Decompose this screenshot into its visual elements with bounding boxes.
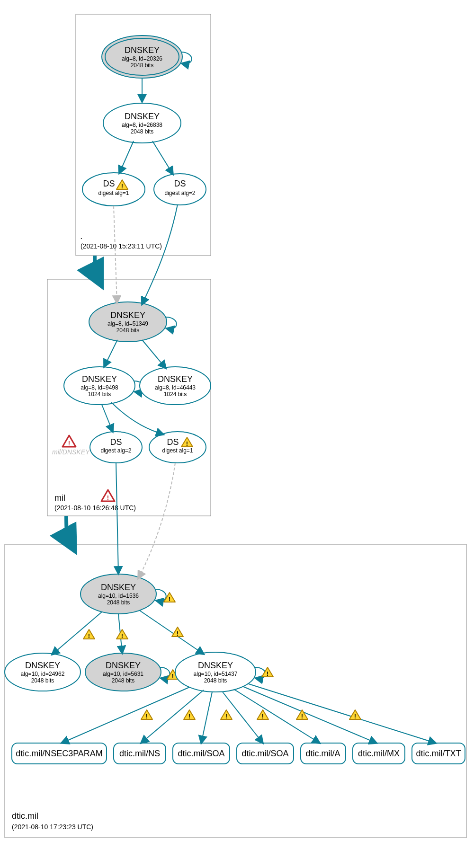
node-line2: 2048 bits (131, 62, 154, 69)
edge (249, 684, 436, 743)
zone-dtic: dtic.mil (2021-08-10 17:23:23 UTC) (5, 544, 466, 838)
node-line2: 2048 bits (131, 128, 154, 135)
warning-icon: ! (262, 667, 273, 677)
node-line2: 2048 bits (112, 677, 135, 684)
warning-icon: ! (221, 710, 232, 720)
edge (234, 690, 320, 743)
edge (104, 340, 117, 367)
rr-label: dtic.mil/NSEC3PARAM (16, 749, 103, 758)
rr-a[interactable]: dtic.mil/A (301, 743, 346, 764)
node-title: DNSKEY (198, 661, 233, 670)
edge (116, 463, 118, 574)
svg-text:!: ! (177, 630, 179, 637)
node-title: DS (167, 437, 179, 447)
warning-icon: ! (172, 627, 183, 637)
zone-mil-label: mil (54, 493, 65, 503)
node-dtic-k2[interactable]: DNSKEY alg=10, id=5631 2048 bits ! (85, 653, 179, 691)
node-title: DNSKEY (125, 45, 160, 55)
node-mil-zsk2[interactable]: DNSKEY alg=8, id=46443 1024 bits (140, 367, 211, 405)
node-title: DNSKEY (110, 310, 145, 320)
edge (111, 402, 163, 434)
svg-text:!: ! (107, 494, 109, 501)
delegation-arrow (95, 256, 97, 277)
edge (119, 141, 134, 173)
mil-dnskey-error: ! mil/DNSKEY (52, 435, 90, 456)
node-root-zsk[interactable]: DNSKEY alg=8, id=26838 2048 bits (103, 103, 181, 143)
svg-text:!: ! (121, 632, 123, 639)
node-title: DNSKEY (25, 661, 60, 670)
rr-mx[interactable]: dtic.mil/MX (353, 743, 405, 764)
node-title: DNSKEY (158, 374, 193, 384)
node-mil-ds2[interactable]: DS digest alg=2 (90, 432, 142, 463)
edge (201, 692, 212, 743)
mil-bottom-error: ! (101, 490, 115, 501)
dashed-edge (114, 206, 117, 303)
rr-label: dtic.mil/MX (358, 749, 400, 758)
svg-text:!: ! (146, 713, 148, 720)
svg-text:!: ! (68, 440, 70, 447)
node-dtic-k1[interactable]: DNSKEY alg=10, id=24962 2048 bits (5, 653, 80, 691)
svg-text:!: ! (88, 632, 90, 639)
rr-label: dtic.mil/SOA (241, 749, 288, 758)
edge (142, 340, 166, 368)
node-line1: alg=10, id=1536 (98, 593, 139, 599)
warning-icon: ! (184, 710, 195, 720)
rr-soa1[interactable]: dtic.mil/SOA (173, 743, 230, 764)
warning-icon: ! (296, 710, 308, 720)
svg-text:!: ! (267, 670, 268, 677)
zone-dtic-label: dtic.mil (12, 811, 38, 821)
node-root-ds2[interactable]: DS digest alg=2 (154, 174, 206, 205)
node-line1: alg=8, id=20326 (122, 55, 162, 62)
node-root-ksk[interactable]: DNSKEY alg=8, id=20326 2048 bits (102, 35, 192, 78)
svg-point-6 (154, 174, 206, 205)
warning-icon: ! (116, 629, 128, 639)
svg-text:!: ! (188, 713, 190, 720)
node-dtic-ksk[interactable]: DNSKEY alg=10, id=1536 2048 bits ! (80, 574, 175, 614)
dnssec-diagram: . (2021-08-10 15:23:11 UTC) DNSKEY alg=8… (0, 0, 474, 868)
rr-txt[interactable]: dtic.mil/TXT (412, 743, 465, 764)
edge (62, 687, 189, 743)
rr-nsec3param[interactable]: dtic.mil/NSEC3PARAM (12, 743, 107, 764)
node-line1: digest alg=2 (164, 190, 195, 196)
svg-text:!: ! (121, 183, 123, 190)
node-line1: digest alg=1 (98, 190, 129, 196)
edge (102, 405, 113, 432)
svg-text:!: ! (169, 595, 170, 602)
node-root-ds1[interactable]: DS digest alg=1 ! (82, 173, 145, 206)
node-mil-zsk1[interactable]: DNSKEY alg=8, id=9498 1024 bits (64, 367, 144, 405)
node-line1: alg=10, id=24962 (21, 671, 65, 677)
mil-side-label: mil/DNSKEY (52, 448, 90, 456)
node-mil-ds1[interactable]: DS digest alg=1 ! (149, 432, 206, 463)
rr-label: dtic.mil/A (305, 749, 340, 758)
rr-label: dtic.mil/TXT (416, 749, 461, 758)
node-line2: 1024 bits (88, 391, 111, 398)
node-line2: 1024 bits (164, 391, 187, 398)
svg-text:!: ! (172, 673, 174, 680)
rr-soa2[interactable]: dtic.mil/SOA (237, 743, 294, 764)
delegation-arrow (66, 516, 70, 542)
rr-ns[interactable]: dtic.mil/NS (114, 743, 166, 764)
zone-mil-date: (2021-08-10 16:26:48 UTC) (54, 504, 136, 512)
node-line2: 2048 bits (116, 327, 140, 334)
node-title: DS (103, 179, 115, 188)
node-line1: alg=10, id=51437 (194, 671, 238, 677)
node-line1: alg=8, id=26838 (122, 122, 162, 128)
warning-icon: ! (257, 710, 268, 720)
svg-text:!: ! (301, 713, 303, 720)
svg-text:!: ! (354, 713, 356, 720)
svg-text:!: ! (186, 440, 188, 447)
edge (140, 611, 204, 654)
node-title: DNSKEY (125, 112, 160, 121)
node-line1: alg=8, id=51349 (107, 320, 148, 327)
node-title: DNSKEY (101, 583, 136, 592)
rr-label: dtic.mil/NS (119, 749, 160, 758)
rr-label: dtic.mil/SOA (178, 749, 224, 758)
warning-icon: ! (141, 710, 152, 720)
warning-icon: ! (83, 629, 95, 639)
svg-text:!: ! (262, 713, 264, 720)
node-mil-ksk[interactable]: DNSKEY alg=8, id=51349 2048 bits (89, 302, 177, 342)
dashed-edge (138, 463, 175, 578)
node-line1: digest alg=2 (100, 447, 131, 454)
node-dtic-k3[interactable]: DNSKEY alg=10, id=51437 2048 bits ! (175, 652, 273, 692)
node-title: DS (174, 179, 186, 188)
